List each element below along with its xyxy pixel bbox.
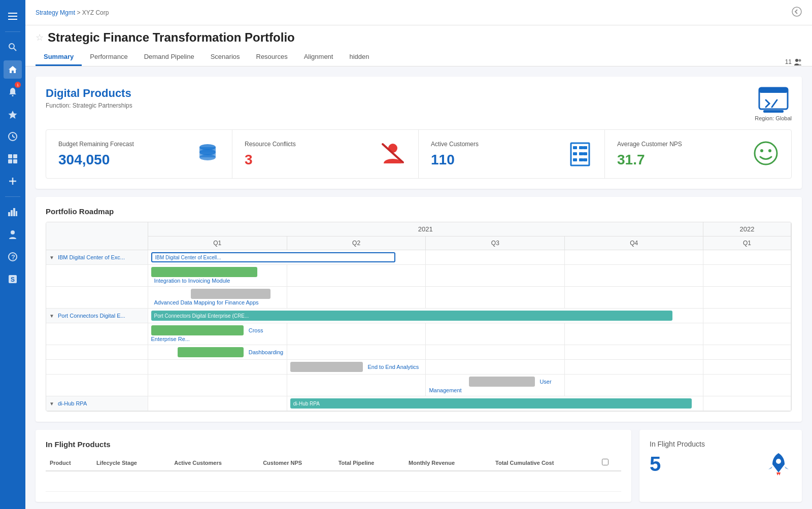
- dihub-gantt-bar[interactable]: di-Hub RPA: [290, 398, 692, 409]
- cross-gantt-bar[interactable]: ​: [151, 325, 244, 335]
- dash-2022: [703, 345, 791, 360]
- e2e-gantt-bar[interactable]: ​: [290, 362, 363, 372]
- svg-rect-1: [8, 16, 17, 17]
- tab-demand-pipeline[interactable]: Demand Pipeline: [136, 49, 202, 66]
- search-icon[interactable]: [4, 38, 22, 56]
- dash-gantt-bar[interactable]: ​: [178, 347, 244, 357]
- um-offset: ​ User Management: [429, 378, 551, 394]
- um-q1: [148, 375, 287, 396]
- settings-s-icon[interactable]: S: [4, 270, 22, 288]
- home-icon[interactable]: [4, 60, 22, 79]
- svg-point-21: [11, 230, 15, 234]
- chart-bar-icon[interactable]: [4, 203, 22, 221]
- port-bar-cell: Port Connectors Digital Enterprise (CRE.…: [148, 309, 703, 323]
- e2e-q4: [565, 360, 703, 375]
- dash-q2: [287, 345, 426, 360]
- port-2022: [703, 309, 791, 323]
- product-card: Digital Products Function: Strategic Par…: [36, 77, 802, 189]
- svg-rect-14: [13, 159, 17, 163]
- cross-q1: ​ Cross Enterprise Re...: [148, 323, 287, 345]
- kpi-customers-label: Active Customers: [431, 141, 479, 148]
- row-port-label: ▼ Port Connectors Digital E...: [46, 309, 148, 323]
- hamburger-icon[interactable]: [4, 7, 22, 25]
- port-gantt-bar[interactable]: Port Connectors Digital Enterprise (CRE.…: [151, 311, 672, 321]
- bell-icon[interactable]: 1: [4, 83, 22, 101]
- ibm-q4: [565, 250, 703, 265]
- clock-icon[interactable]: [4, 127, 22, 146]
- svg-rect-50: [579, 158, 583, 161]
- breadcrumb-parent[interactable]: Strategy Mgmt: [36, 9, 75, 16]
- col-nps: Customer NPS: [259, 455, 334, 471]
- tab-hidden[interactable]: hidden: [341, 49, 377, 66]
- topbar: Strategy Mgmt > XYZ Corp: [25, 0, 812, 25]
- col-checkbox: [598, 455, 621, 471]
- star-icon[interactable]: [4, 105, 22, 123]
- ibm-bar-cell: IBM Digital Center of Excell...: [148, 250, 426, 265]
- in-flight-table-title: In Flight Products: [46, 440, 621, 449]
- kpi-customers-value: 110: [431, 152, 479, 168]
- smiley-icon: [753, 140, 779, 168]
- sidebar-divider-1: [5, 31, 20, 32]
- svg-rect-51: [583, 158, 587, 161]
- svg-rect-19: [13, 208, 15, 216]
- svg-rect-34: [763, 110, 784, 113]
- expand-port[interactable]: ▼: [49, 313, 54, 319]
- adv-q1: ​ Advanced Data Mapping for Finance Apps: [148, 287, 287, 309]
- expand-dihub[interactable]: ▼: [49, 401, 54, 406]
- bell-icon-wrap: 1: [4, 81, 22, 103]
- roadmap-label-header: [46, 222, 148, 250]
- roadmap-card: Portfolio Roadmap 2021: [36, 197, 802, 422]
- tab-alignment[interactable]: Alignment: [296, 49, 342, 66]
- e2e-link[interactable]: End to End Analytics: [367, 364, 419, 370]
- add-icon[interactable]: [4, 172, 22, 190]
- ibm-2022q1: [703, 250, 791, 265]
- person-icon[interactable]: [4, 225, 22, 244]
- q2-header: Q2: [287, 236, 426, 250]
- kpi-budget-label: Budget Remaining Forecast: [58, 141, 134, 148]
- product-region: Region: Global: [755, 115, 792, 121]
- nps-smiley-icon: [753, 140, 779, 166]
- col-lifecycle: Lifecycle Stage: [92, 455, 170, 471]
- col-active-customers: Active Customers: [170, 455, 259, 471]
- svg-rect-30: [759, 88, 788, 93]
- tab-scenarios[interactable]: Scenarios: [202, 49, 248, 66]
- cross-q2: [287, 323, 426, 345]
- ibm-q3: [426, 250, 565, 265]
- adv-gantt-bar[interactable]: ​: [191, 289, 270, 299]
- integration-gantt-bar[interactable]: ​: [151, 267, 257, 277]
- adv-2022: [703, 287, 791, 309]
- page-title: Strategic Finance Transformation Portfol…: [48, 30, 295, 45]
- svg-rect-0: [8, 13, 17, 14]
- favorite-star-icon[interactable]: ☆: [36, 32, 44, 43]
- product-icon-box: Region: Global: [755, 87, 792, 121]
- table-row: ▼ IBM Digital Center of Exc... IBM Digit…: [46, 250, 791, 265]
- in-flight-kpi-value: 5: [650, 453, 661, 476]
- kpi-customers-info: Active Customers 110: [431, 141, 479, 168]
- help-icon[interactable]: ?: [4, 248, 22, 266]
- adv-offset: ​ Advanced Data Mapping for Finance Apps: [151, 290, 270, 307]
- expand-ibm[interactable]: ▼: [49, 255, 54, 260]
- svg-rect-20: [16, 211, 17, 216]
- title-row: ☆ Strategic Finance Transformation Portf…: [36, 30, 802, 45]
- tab-summary[interactable]: Summary: [36, 49, 82, 66]
- svg-rect-2: [8, 19, 17, 20]
- kpi-conflicts-label: Resource Conflicts: [245, 141, 296, 148]
- um-gantt-bar[interactable]: ​: [469, 377, 535, 387]
- dash-link[interactable]: Dashboarding: [249, 349, 284, 355]
- integration-link[interactable]: Integration to Invoicing Module: [154, 278, 230, 284]
- breadcrumb-child: XYZ Corp: [82, 9, 109, 16]
- users-count: 11: [785, 58, 792, 65]
- adv-link[interactable]: Advanced Data Mapping for Finance Apps: [154, 299, 259, 306]
- row-adv-label: [46, 287, 148, 309]
- q1-header-1: Q1: [148, 236, 287, 250]
- ibm-gantt-bar[interactable]: IBM Digital Center of Excell...: [151, 252, 395, 262]
- back-navigation-icon[interactable]: [792, 7, 802, 17]
- kpi-row: Budget Remaining Forecast 304,050: [46, 129, 792, 179]
- select-all-checkbox[interactable]: [602, 459, 608, 465]
- tab-performance[interactable]: Performance: [82, 49, 136, 66]
- dashboard-icon[interactable]: [4, 150, 22, 168]
- tab-resources[interactable]: Resources: [248, 49, 296, 66]
- svg-point-27: [795, 59, 798, 62]
- users-icon: [794, 58, 802, 66]
- dihub-bar-cell: di-Hub RPA: [287, 396, 703, 411]
